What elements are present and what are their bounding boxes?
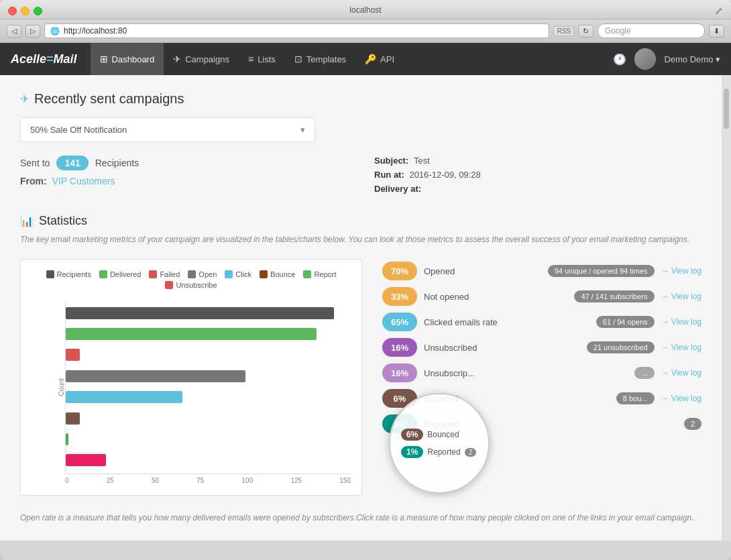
stat-clicked-badge: 65% (382, 313, 417, 331)
stats-header: 📊 Statistics (20, 214, 701, 228)
legend-delivered: Delivered (99, 270, 141, 278)
x-label-25: 25 (107, 477, 114, 484)
stat-not-opened-label: Not opened (424, 292, 567, 302)
stat-unsubscribed: 16% Unsubscribed 21 unsubscribed → View … (382, 338, 701, 357)
address-bar[interactable]: 🌐 http://localhost:80 (44, 23, 549, 38)
legend-report: Report (303, 270, 336, 278)
info-left: Sent to 141 Recipients From: VIP Custome… (20, 156, 347, 198)
nav-lists[interactable]: ≡ Lists (239, 43, 285, 75)
stat-opened-badge: 70% (382, 262, 417, 280)
username-label: Demo Demo (664, 54, 713, 64)
legend-open: Open (188, 270, 217, 278)
search-bar[interactable]: Google (598, 23, 705, 38)
stats-title: Statistics (39, 214, 87, 228)
recipients-badge: 141 (56, 156, 88, 170)
stat-unsubscribed2: 16% Unsubscrip... ... → View log (382, 363, 701, 382)
stat-opened-link[interactable]: → View log (661, 266, 701, 276)
nav-api[interactable]: 🔑 API (355, 43, 404, 75)
info-right: Subject: Test Run at: 2016-12-09, 09:28 … (374, 156, 701, 198)
chart-legend: Recipients Delivered Failed (32, 270, 351, 289)
bar-recipients (66, 304, 351, 323)
history-icon[interactable]: 🕐 (613, 53, 626, 66)
stat-unsubscribed-link[interactable]: → View log (661, 343, 701, 352)
delivery-at-row: Delivery at: (374, 184, 701, 194)
campaign-selector[interactable]: 50% Sale Off Notification ▾ (20, 117, 315, 142)
stat-bounced-pct: 6% (394, 394, 406, 404)
y-axis-label: Count (38, 300, 65, 474)
stats-icon: 📊 (20, 215, 34, 227)
stat-not-opened-count: 47 / 141 subscribers (574, 290, 654, 302)
scrollbar-thumb[interactable] (724, 89, 729, 129)
x-label-50: 50 (152, 477, 159, 484)
stat-unsubscribed2-label: Unsubscrip... (424, 368, 628, 378)
minimize-button[interactable] (21, 7, 30, 15)
chart-section: Recipients Delivered Failed (20, 259, 701, 496)
api-icon: 🔑 (365, 54, 376, 64)
stat-opened: 70% Opened 94 unique / opened 94 times →… (382, 262, 701, 280)
nav-campaigns[interactable]: ✈ Campaigns (164, 43, 239, 75)
nav-campaigns-label: Campaigns (185, 54, 229, 64)
stat-not-opened-link[interactable]: → View log (661, 292, 701, 301)
stat-reported-count: 2 (684, 418, 701, 430)
legend-unsubscribe-dot (165, 281, 173, 289)
x-axis-labels: 0 25 50 75 100 125 150 (65, 474, 351, 484)
close-button[interactable] (8, 7, 17, 15)
bar-click-fill (66, 391, 182, 403)
stat-clicked-link[interactable]: → View log (661, 317, 701, 327)
stat-unsubscribed2-link[interactable]: → View log (661, 368, 701, 378)
back-button[interactable]: ◁ (7, 25, 21, 38)
nav-lists-label: Lists (258, 54, 276, 64)
from-value: VIP Customers (52, 176, 115, 186)
dropdown-arrow-icon: ▾ (300, 125, 305, 135)
stat-bounced-link[interactable]: → View log (661, 394, 701, 403)
stat-clicked-pct: 65% (391, 317, 408, 327)
dashboard-icon: ⊞ (100, 54, 108, 64)
stat-unsubscribed2-pct: 16% (391, 368, 408, 378)
stats-description: The key email marketing metrics of your … (20, 233, 701, 245)
bar-bounce-fill (66, 412, 80, 425)
templates-icon: ⊡ (294, 54, 302, 64)
user-dropdown[interactable]: Demo Demo ▾ (664, 54, 720, 64)
stat-unsubscribed-badge: 16% (382, 338, 417, 357)
expand-icon[interactable]: ⤢ (715, 5, 723, 16)
nav-templates[interactable]: ⊡ Templates (285, 43, 355, 75)
window-controls (8, 7, 42, 15)
stat-not-opened: 33% Not opened 47 / 141 subscribers → Vi… (382, 287, 701, 306)
stat-unsubscribed2-count: ... (634, 367, 654, 379)
browser-titlebar: localhost ⤢ (0, 0, 731, 19)
x-label-150: 150 (339, 477, 351, 484)
bar-report-fill (66, 433, 68, 445)
from-row: From: VIP Customers (20, 176, 347, 186)
bar-unsubscribe-fill (66, 454, 106, 466)
forward-button[interactable]: ▷ (25, 25, 40, 38)
bar-failed (66, 345, 351, 364)
legend-open-dot (188, 270, 196, 278)
tooltip-report-label: Reported (427, 447, 460, 457)
bar-open-fill (66, 370, 245, 382)
stat-opened-pct: 70% (391, 266, 408, 276)
bar-recipients-fill (66, 307, 334, 319)
maximize-button[interactable] (34, 7, 42, 15)
campaigns-icon: ✈ (173, 54, 181, 64)
bar-bounce (66, 409, 351, 428)
rss-badge: RSS (553, 26, 574, 36)
download-button[interactable]: ⬇ (709, 25, 724, 38)
scrollbar[interactable] (722, 75, 731, 541)
stat-unsubscribed-count: 21 unsubscribed (587, 341, 655, 353)
browser-window: localhost ⤢ ◁ ▷ 🌐 http://localhost:80 RS… (0, 0, 731, 560)
nav-dashboard[interactable]: ⊞ Dashboard (91, 43, 164, 75)
browser-toolbar: ◁ ▷ 🌐 http://localhost:80 RSS ↻ Google ⬇ (0, 19, 731, 43)
stat-not-opened-pct: 33% (391, 292, 408, 302)
legend-report-label: Report (314, 270, 336, 278)
tooltip-bounce-label: Bounced (427, 430, 459, 439)
delivery-at-label: Delivery at: (374, 184, 421, 194)
stat-clicked-count: 61 / 94 opens (596, 316, 655, 328)
nav-api-label: API (380, 54, 394, 64)
bar-delivered-fill (66, 328, 317, 340)
refresh-button[interactable]: ↻ (578, 25, 594, 38)
lists-icon: ≡ (248, 54, 254, 64)
app-navbar: Acelle=Mail ⊞ Dashboard ✈ Campaigns ≡ Li… (0, 43, 731, 75)
metrics-section: 70% Opened 94 unique / opened 94 times →… (382, 259, 701, 496)
legend-report-dot (303, 270, 311, 278)
legend-click: Click (225, 270, 251, 278)
